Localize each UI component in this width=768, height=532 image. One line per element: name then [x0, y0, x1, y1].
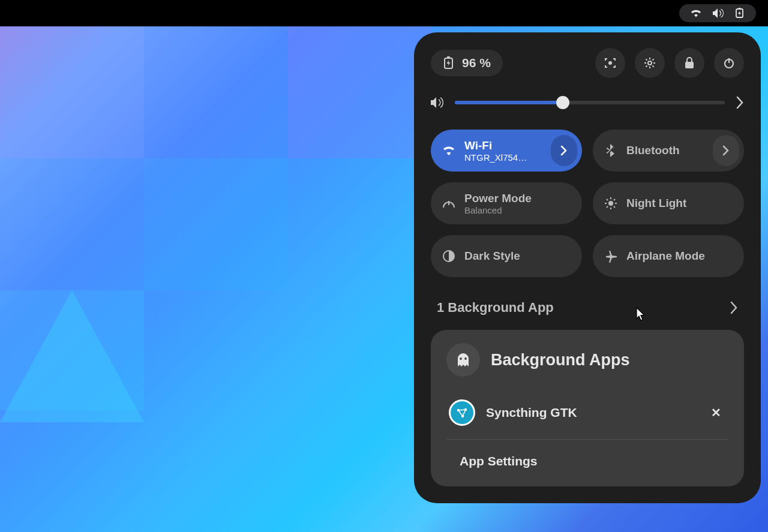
night-light-title: Night Light [626, 197, 733, 210]
chevron-right-icon [730, 301, 738, 314]
svg-point-21 [460, 357, 462, 360]
wifi-toggle[interactable]: Wi-Fi NTGR_Xl754… [431, 130, 582, 172]
svg-point-4 [608, 61, 612, 65]
battery-icon [734, 8, 745, 19]
airplane-mode-toggle[interactable]: Airplane Mode [593, 235, 744, 277]
svg-point-23 [455, 405, 469, 420]
battery-icon [443, 56, 455, 70]
svg-point-5 [648, 61, 652, 65]
airplane-icon [604, 250, 618, 263]
gauge-icon [442, 197, 456, 210]
syncthing-icon [449, 399, 475, 426]
wifi-icon [442, 145, 456, 157]
svg-point-11 [608, 201, 613, 206]
svg-rect-3 [447, 56, 450, 58]
background-apps-title: Background Apps [491, 351, 630, 369]
bluetooth-title: Bluetooth [626, 144, 704, 157]
wifi-subtitle: NTGR_Xl754… [464, 152, 542, 163]
battery-pill[interactable]: 96 % [431, 50, 503, 76]
power-mode-subtitle: Balanced [464, 205, 571, 215]
night-light-toggle[interactable]: Night Light [593, 182, 744, 224]
app-settings-link[interactable]: App Settings [446, 440, 728, 471]
power-mode-toggle[interactable]: Power Mode Balanced [431, 182, 582, 224]
slider-thumb[interactable] [556, 96, 569, 109]
bluetooth-icon [604, 143, 618, 158]
bluetooth-arrow[interactable] [713, 135, 739, 166]
svg-line-18 [614, 199, 615, 200]
dark-style-toggle[interactable]: Dark Style [431, 235, 582, 277]
power-mode-title: Power Mode [464, 192, 571, 205]
background-app-row[interactable]: Syncthing GTK ✕ [446, 393, 728, 440]
lock-button[interactable] [674, 48, 704, 78]
wifi-icon [690, 8, 702, 18]
bluetooth-toggle[interactable]: Bluetooth [593, 130, 744, 172]
close-app-button[interactable]: ✕ [706, 403, 726, 422]
svg-point-22 [464, 357, 467, 360]
background-apps-card: Background Apps Syncthing GTK ✕ App Sett… [431, 330, 744, 486]
svg-line-19 [607, 206, 608, 208]
system-tray[interactable] [679, 4, 756, 22]
dark-style-title: Dark Style [464, 250, 571, 263]
quick-settings-panel: 96 % [414, 32, 761, 503]
svg-line-17 [614, 206, 615, 208]
ghost-icon [446, 343, 480, 377]
svg-rect-1 [739, 8, 741, 9]
power-button[interactable] [714, 48, 744, 78]
airplane-title: Airplane Mode [626, 250, 733, 263]
background-apps-count: 1 Background App [437, 300, 554, 315]
volume-slider[interactable] [455, 101, 725, 104]
sun-icon [604, 196, 618, 211]
battery-percent-label: 96 % [462, 56, 491, 70]
contrast-icon [442, 250, 456, 263]
wifi-arrow[interactable] [551, 135, 577, 166]
volume-icon [431, 97, 444, 109]
settings-button[interactable] [635, 48, 665, 78]
wifi-title: Wi-Fi [464, 139, 542, 152]
svg-rect-6 [685, 62, 694, 68]
top-bar [0, 0, 768, 26]
screenshot-button[interactable] [595, 48, 625, 78]
sound-settings-arrow[interactable] [736, 96, 744, 109]
svg-line-16 [607, 199, 608, 200]
app-name: Syncthing GTK [486, 405, 695, 420]
volume-icon [713, 8, 724, 18]
background-apps-header[interactable]: 1 Background App [431, 295, 744, 330]
